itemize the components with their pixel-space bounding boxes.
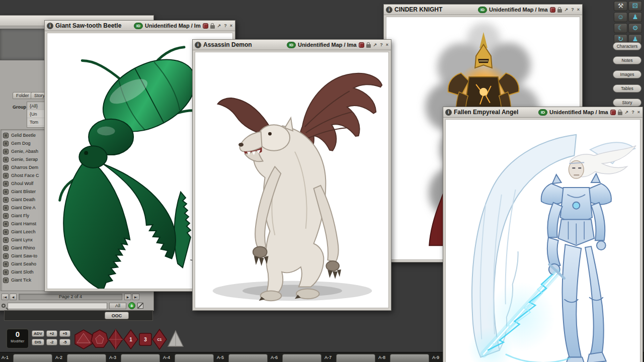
search-input[interactable] — [8, 303, 107, 309]
add-button[interactable]: + — [128, 302, 135, 309]
info-icon[interactable]: i — [47, 23, 53, 29]
hotkey-tab[interactable] — [228, 354, 268, 362]
modifier-value: 0 — [7, 329, 28, 339]
close-icon[interactable]: × — [385, 42, 389, 47]
tab-story-label: Story — [34, 93, 45, 98]
portrait-icon[interactable]: ☺ — [614, 12, 627, 22]
sidebar-item-characters[interactable]: Characters — [613, 42, 641, 50]
list-item-label: Giant Dire A — [11, 205, 36, 210]
angel-titlebar[interactable]: i Fallen Empyreal Angel ID Unidentified … — [443, 107, 642, 118]
sidebar-item-notes[interactable]: Notes — [613, 56, 641, 64]
creature-badge-icon — [3, 141, 9, 146]
help-icon[interactable]: ? — [571, 7, 575, 12]
resize-icon[interactable]: ↗ — [373, 42, 378, 47]
creature-badge-icon — [3, 165, 9, 170]
next-page-button[interactable]: ▶ — [124, 294, 131, 300]
info-icon[interactable]: i — [386, 7, 392, 13]
help-icon[interactable]: ? — [379, 42, 383, 47]
die-d100[interactable]: C1 — [152, 329, 167, 349]
dice-icon[interactable]: ⚄ — [628, 1, 642, 11]
sidebar-item-tables[interactable]: Tables — [613, 84, 641, 93]
die-d12[interactable] — [91, 330, 108, 347]
die-d10[interactable] — [109, 329, 123, 349]
plus2-button[interactable]: +2 — [46, 330, 57, 337]
lock-icon[interactable] — [366, 44, 371, 48]
tab-folder[interactable]: Folder — [13, 92, 33, 99]
prev-page-button[interactable]: ◀ — [10, 294, 17, 300]
resize-icon[interactable]: ↗ — [564, 7, 569, 12]
die-d4[interactable] — [168, 331, 183, 346]
creature-badge-icon — [3, 157, 9, 162]
resize-icon[interactable]: ↗ — [624, 110, 629, 115]
creature-badge-icon — [3, 181, 9, 187]
hotkey-tab[interactable] — [282, 354, 321, 362]
token-icon[interactable] — [203, 23, 208, 29]
modifier-box[interactable]: 0 Modifier — [6, 328, 29, 349]
hotkey-tab[interactable] — [67, 354, 106, 362]
hotkey-tab-label: A-3 — [109, 355, 116, 360]
hotkey-tab-label: A-9 — [432, 355, 439, 360]
token-icon[interactable] — [359, 42, 364, 48]
sidebar-item-images[interactable]: Images — [613, 70, 641, 78]
tools-icon[interactable]: ⚒ — [614, 1, 627, 11]
chat-entry-bar[interactable]: OOC — [4, 310, 153, 321]
info-icon[interactable]: i — [445, 109, 452, 116]
sidebar-item-story[interactable]: Story — [613, 99, 641, 107]
assassin-image[interactable] — [195, 52, 389, 308]
close-icon[interactable]: × — [229, 23, 233, 28]
party-icon[interactable]: ♟ — [628, 12, 642, 22]
list-item-label: Giant Fly — [11, 213, 29, 218]
filter-all-button[interactable]: All — [109, 303, 126, 309]
lock-icon[interactable] — [618, 112, 622, 115]
token-icon[interactable] — [610, 110, 616, 115]
die-d8[interactable]: 1 — [124, 330, 138, 349]
hotkey-tab[interactable] — [390, 354, 429, 362]
dis-button[interactable]: DIS — [32, 339, 44, 345]
hotkey-tab[interactable] — [175, 354, 214, 362]
list-item-label: Giant Seaho — [11, 261, 36, 266]
hotkey-tab[interactable] — [336, 354, 375, 362]
creature-badge-icon — [3, 133, 9, 138]
group-label: Group — [13, 105, 26, 110]
help-icon[interactable]: ? — [631, 110, 635, 115]
first-page-button[interactable]: |◀ — [2, 294, 9, 300]
info-icon[interactable]: i — [195, 42, 201, 48]
lighting-icon[interactable]: ☾ — [614, 23, 627, 33]
minus2-button[interactable]: -2 — [46, 339, 57, 345]
die-d6[interactable]: 3 — [139, 333, 151, 345]
hotkey-tab-label: A-7 — [325, 355, 332, 360]
beetle-titlebar[interactable]: i Giant Saw-tooth Beetle ID Unidentified… — [45, 21, 235, 31]
modifier-label: Modifier — [7, 339, 28, 343]
ooc-button[interactable]: OOC — [105, 312, 129, 319]
hotkey-tab[interactable] — [13, 354, 52, 362]
svg-text:1: 1 — [129, 337, 132, 342]
creature-badge-icon — [3, 205, 9, 211]
minus5-button[interactable]: -5 — [59, 339, 70, 345]
edit-icon[interactable] — [137, 303, 143, 309]
resize-icon[interactable]: ↗ — [217, 23, 222, 28]
adv-button[interactable]: ADV — [32, 330, 44, 337]
list-item-label: Gelid Beetle — [11, 133, 36, 138]
last-page-button[interactable]: ▶| — [132, 294, 139, 300]
close-icon[interactable]: × — [577, 7, 580, 12]
lock-icon[interactable] — [210, 25, 215, 29]
help-icon[interactable]: ? — [223, 23, 227, 28]
die-d20[interactable] — [75, 330, 92, 349]
angel-image[interactable] — [445, 119, 640, 362]
creature-badge-icon — [3, 245, 9, 251]
list-item-label: Gharros Dem — [11, 165, 38, 170]
id-badge-icon: ID — [134, 23, 143, 29]
hotkey-tab[interactable] — [121, 354, 160, 362]
lock-icon[interactable] — [557, 9, 562, 13]
plus5-button[interactable]: +5 — [59, 330, 70, 337]
close-icon[interactable]: × — [637, 110, 640, 115]
hotkey-tab-label: A-8 — [378, 355, 385, 360]
cinder-titlebar[interactable]: i CINDER KNIGHT ID Unidentified Map / Im… — [384, 5, 582, 15]
creature-badge-icon — [3, 197, 9, 203]
window-title: CINDER KNIGHT — [394, 6, 442, 13]
options-gear-icon[interactable]: ⚙ — [628, 23, 642, 33]
token-icon[interactable] — [550, 7, 555, 13]
assassin-titlebar[interactable]: i Assassin Demon ID Unidentified Map / I… — [193, 40, 391, 50]
list-item-label: Giant Blister — [11, 189, 36, 194]
search-icon — [2, 304, 6, 308]
